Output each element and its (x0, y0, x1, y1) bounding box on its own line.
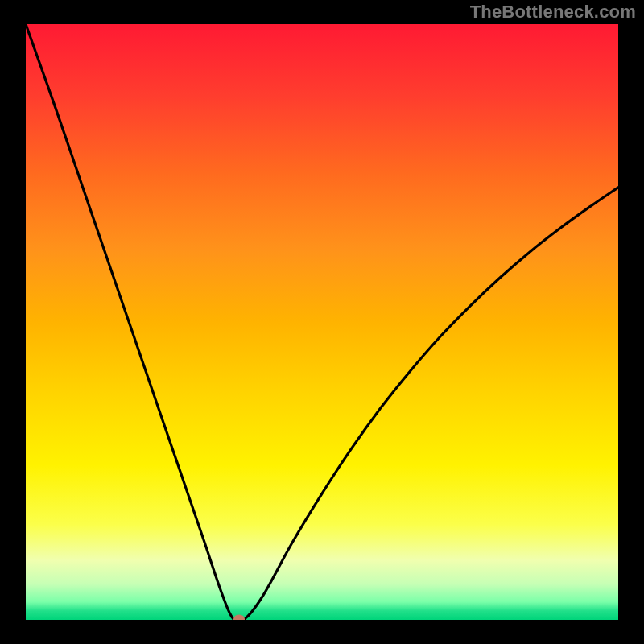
minimum-marker-dot (233, 614, 245, 620)
bottleneck-curve (26, 24, 618, 620)
watermark-text: TheBottleneck.com (470, 2, 636, 23)
plot-area (26, 24, 618, 620)
chart-container: TheBottleneck.com (0, 0, 644, 644)
